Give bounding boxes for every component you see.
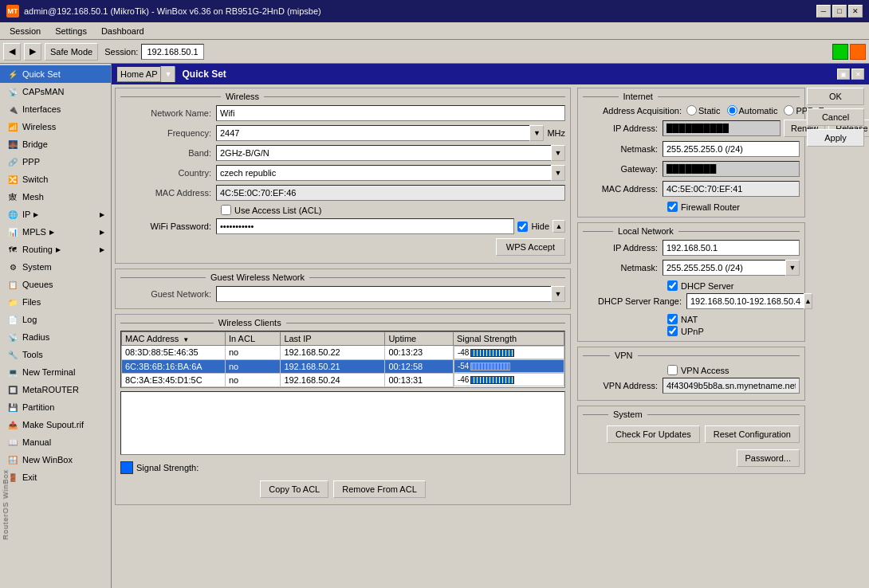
wifi-password-controls: Hide ▲ [517,220,565,233]
quickset-restore-button[interactable]: ▣ [837,69,850,80]
sidebar-item-mesh[interactable]: 🕸 Mesh [0,188,111,206]
sidebar-item-exit[interactable]: 🚪 Exit [0,468,111,486]
guest-network-dropdown-arrow[interactable]: ▼ [551,286,565,302]
inet-ip-input[interactable] [663,120,781,136]
sidebar-item-quick-set[interactable]: ⚡ Quick Set [0,65,111,83]
home-ap-dropdown-arrow[interactable]: ▼ [160,66,175,82]
static-radio-label[interactable]: Static [686,105,721,116]
apply-button[interactable]: Apply [807,129,864,147]
sidebar-item-new-winbox[interactable]: 🪟 New WinBox [0,451,111,468]
pppoe-radio[interactable] [784,105,794,116]
vpn-access-checkbox[interactable] [667,365,678,375]
quickset-close-button[interactable]: ✕ [851,69,864,80]
hide-password-checkbox[interactable] [517,221,528,232]
band-input[interactable] [216,145,551,161]
copy-to-acl-button[interactable]: Copy To ACL [260,480,328,498]
password-expand-icon[interactable]: ▲ [552,220,565,233]
sidebar-item-routing[interactable]: 🗺 Routing ▶ [0,241,111,258]
static-radio[interactable] [686,105,697,116]
status-green-light [832,44,848,60]
upnp-checkbox[interactable] [667,326,678,336]
local-ip-input[interactable] [663,240,800,256]
frequency-dropdown-arrow[interactable]: ▼ [529,125,544,141]
ip-icon: 🌐 [6,208,19,221]
local-netmask-dropdown[interactable]: ▼ [785,260,800,276]
remove-from-acl-button[interactable]: Remove From ACL [333,480,426,498]
sidebar-item-bridge[interactable]: 🌉 Bridge [0,135,111,153]
col-in-acl[interactable]: In ACL [226,332,281,346]
sidebar-item-make-supout[interactable]: 📤 Make Supout.rif [0,416,111,433]
reset-config-button[interactable]: Reset Configuration [705,425,800,443]
inet-netmask-label: Netmask: [583,144,663,154]
band-dropdown-arrow[interactable]: ▼ [551,145,565,161]
guest-network-input[interactable] [216,286,551,302]
use-acl-checkbox[interactable] [221,205,231,215]
nat-checkbox[interactable] [667,314,678,324]
row1-acl: no [226,346,281,360]
country-dropdown-arrow[interactable]: ▼ [551,165,565,181]
sidebar-item-wireless[interactable]: 📶 Wireless [0,118,111,135]
automatic-radio-label[interactable]: Automatic [727,105,778,116]
sidebar-item-tools[interactable]: 🔧 Tools [0,346,111,363]
table-row[interactable]: 8C:3A:E3:45:D1:5C no 192.168.50.24 00:13… [122,373,564,386]
menu-dashboard[interactable]: Dashboard [95,25,151,37]
sidebar-item-radius[interactable]: 📡 Radius [0,328,111,346]
routing-icon: 🗺 [6,243,19,256]
close-button[interactable]: ✕ [848,5,863,18]
sidebar-item-switch[interactable]: 🔀 Switch [0,171,111,188]
minimize-button[interactable]: ─ [816,5,831,18]
sidebar-item-files[interactable]: 📁 Files [0,293,111,311]
sidebar-item-meta-router[interactable]: 🔲 MetaROUTER [0,381,111,398]
password-button[interactable]: Password... [737,449,800,467]
country-input[interactable] [216,165,551,181]
network-name-input[interactable] [216,105,565,121]
home-ap-dropdown[interactable]: Home AP ▼ [116,66,175,82]
check-updates-button[interactable]: Check For Updates [607,425,700,443]
col-signal[interactable]: Signal Strength [453,332,564,346]
table-row[interactable]: 08:3D:88:5E:46:35 no 192.168.50.22 00:13… [122,346,564,360]
sidebar-item-log[interactable]: 📄 Log [0,311,111,328]
ok-button[interactable]: OK [807,88,864,105]
menu-settings[interactable]: Settings [49,25,93,37]
guest-section-title: Guest Wireless Network [206,272,309,282]
main-layout: ⚡ Quick Set 📡 CAPsMAN 🔌 Interfaces 📶 Wir… [0,64,869,588]
sidebar-item-queues[interactable]: 📋 Queues [0,276,111,293]
sidebar-item-ip[interactable]: 🌐 IP ▶ [0,206,111,223]
sidebar-item-new-terminal[interactable]: 💻 New Terminal [0,363,111,381]
clients-right-line [286,323,565,323]
forward-button[interactable]: ▶ [24,43,41,61]
sidebar-item-interfaces[interactable]: 🔌 Interfaces [0,100,111,118]
col-uptime[interactable]: Uptime [385,332,454,346]
system-left-line [583,414,608,415]
dhcp-range-scroll-up[interactable]: ▲ [804,293,812,309]
col-last-ip[interactable]: Last IP [281,332,385,346]
back-button[interactable]: ◀ [3,43,21,61]
sidebar-item-manual[interactable]: 📖 Manual [0,433,111,451]
safe-mode-button[interactable]: Safe Mode [45,43,98,61]
local-section-header: Local Network [578,226,804,236]
firewall-router-checkbox[interactable] [667,202,678,212]
radius-icon: 📡 [6,331,19,343]
new-terminal-icon: 💻 [6,366,19,378]
automatic-radio[interactable] [727,105,737,116]
make-supout-icon: 📤 [6,418,19,431]
guest-network-wrapper: ▼ [216,286,565,302]
cancel-button[interactable]: Cancel [807,108,864,126]
dhcp-server-checkbox[interactable] [667,280,678,291]
sidebar-item-capsman[interactable]: 📡 CAPsMAN [0,83,111,100]
wps-accept-button[interactable]: WPS Accept [496,238,565,256]
frequency-input[interactable] [216,125,529,141]
table-row[interactable]: 6C:3B:6B:16:BA:6A no 192.168.50.21 00:12… [122,359,564,373]
col-mac[interactable]: MAC Address ▼ [122,332,226,346]
sidebar-item-system[interactable]: ⚙ System [0,258,111,276]
inet-netmask-input[interactable] [663,141,800,157]
sidebar-item-ppp[interactable]: 🔗 PPP [0,153,111,171]
sidebar-item-partition[interactable]: 💾 Partition [0,398,111,416]
menu-session[interactable]: Session [3,25,47,37]
sidebar-item-mpls[interactable]: 📊 MPLS ▶ [0,223,111,241]
dhcp-range-input[interactable] [686,293,804,309]
maximize-button[interactable]: □ [832,5,847,18]
local-netmask-input[interactable] [663,260,785,276]
wifi-password-input[interactable] [216,218,514,234]
inet-gateway-input[interactable] [663,161,800,177]
